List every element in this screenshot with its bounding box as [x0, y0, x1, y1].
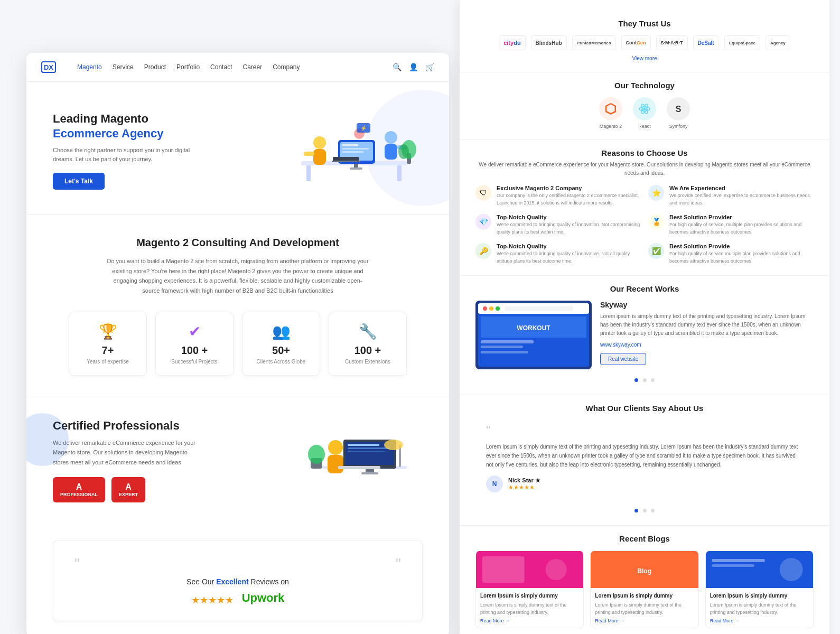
svg-rect-11 — [313, 149, 326, 165]
work-website-button[interactable]: Real website — [600, 353, 646, 365]
reason-desc-experienced: We provide certified level expertise to … — [669, 192, 814, 207]
svg-point-39 — [643, 108, 646, 110]
stat-number-extensions: 100 + — [338, 344, 398, 357]
svg-point-62 — [779, 558, 802, 581]
quote-close: " — [396, 555, 401, 572]
svg-rect-14 — [385, 144, 397, 160]
reasons-section: Reasons to Choose Us We deliver remarkab… — [460, 140, 829, 276]
technology-section: Our Technology Magento 2 React S Symfony — [460, 72, 829, 140]
nav-icon-group: 🔍 👤 🛒 — [393, 63, 434, 71]
reason-desc-exclusive: Our company is the only certified Magent… — [497, 192, 641, 207]
reviewer-stars: ★★★★★ — [508, 484, 540, 491]
consulting-section: Magento 2 Consulting And Development Do … — [26, 214, 449, 397]
upwork-suffix: Reviews on — [251, 577, 289, 586]
technology-icons: Magento 2 React S Symfony — [475, 97, 814, 129]
hero-title-line2: Ecommerce Agency — [53, 127, 190, 141]
tech-item-react: React — [633, 97, 656, 129]
blog-img-1 — [476, 551, 583, 588]
svg-rect-38 — [338, 466, 380, 469]
technology-title: Our Technology — [475, 81, 814, 90]
logo[interactable]: DX — [41, 61, 56, 73]
nav-link-contact[interactable]: Contact — [210, 63, 232, 71]
nav-link-product[interactable]: Product — [144, 63, 166, 71]
blog-more-2[interactable]: Read More → — [595, 618, 694, 623]
blog-body-3: Lorem Ipsum is simply dummy Lorem Ipsum … — [706, 588, 813, 628]
cert-badge-expert: A EXPERT — [111, 477, 145, 502]
clients-section: What Our Clients Say About Us " Lorem Ip… — [460, 395, 829, 526]
svg-text:S: S — [676, 105, 682, 114]
client-dot-3[interactable] — [651, 509, 655, 512]
reviewer-avatar: N — [486, 476, 503, 492]
react-icon — [633, 97, 656, 120]
blogs-title: Recent Blogs — [475, 534, 814, 543]
client-dot-2[interactable] — [643, 509, 647, 512]
blog-card-2: Blog Lorem Ipsum is simply dummy Lorem I… — [590, 551, 698, 628]
blog-body-1: Lorem Ipsum is simply dummy Lorem Ipsum … — [476, 588, 583, 628]
cart-icon[interactable]: 🛒 — [425, 63, 434, 71]
hero-section: Leading Magento Ecommerce Agency Choose … — [26, 82, 449, 214]
reason-icon-quality2: 🔑 — [475, 243, 491, 259]
upwork-logo-up: Up — [242, 591, 257, 604]
nav-link-career[interactable]: Career — [242, 63, 262, 71]
svg-rect-9 — [350, 167, 362, 170]
trust-logos-container: citydu BlindsHub PrintedMemories ContGen… — [475, 35, 814, 50]
nav-link-portfolio[interactable]: Portfolio — [176, 63, 200, 71]
blog-more-3[interactable]: Read More → — [710, 618, 809, 623]
react-label: React — [633, 124, 656, 129]
trust-title: They Trust Us — [475, 19, 814, 28]
trust-view-more[interactable]: View more — [475, 55, 814, 61]
reason-item-exclusive: 🛡 Exclusive Magento 2 Company Our compan… — [475, 185, 641, 207]
stat-label-clients: Clients Across Globe — [251, 359, 311, 365]
reason-icon-experienced: ⭐ — [648, 185, 664, 201]
trust-logo-equipaspace: EquipaSpace — [724, 35, 760, 50]
cert-badge-a-pro: A — [60, 482, 98, 492]
cert-content: Certified Professionals We deliver remar… — [53, 419, 201, 502]
work-url[interactable]: www.skyway.com — [600, 342, 814, 348]
reason-heading-experienced: We Are Experienced — [669, 185, 814, 191]
blog-title-1: Lorem Ipsum is simply dummy — [480, 592, 579, 600]
blog-more-1[interactable]: Read More → — [480, 618, 579, 623]
svg-rect-57 — [482, 556, 525, 583]
svg-text:Blog: Blog — [638, 567, 652, 575]
svg-point-37 — [308, 445, 325, 464]
upwork-excellent: Excellent — [216, 577, 248, 586]
magento-label: Magento 2 — [599, 124, 622, 129]
client-dot-1[interactable] — [634, 509, 638, 512]
dot-1[interactable] — [634, 378, 638, 382]
blogs-section: Recent Blogs Lorem Ipsum is simply dummy… — [460, 526, 829, 634]
stat-projects: ✔ 100 + Successful Projects — [155, 312, 234, 376]
clients-carousel-dots — [475, 505, 814, 515]
stat-icon-clients: 👥 — [251, 323, 311, 340]
svg-rect-30 — [366, 469, 374, 473]
quote-marks: " " — [74, 555, 401, 572]
svg-rect-31 — [361, 472, 378, 474]
nav-link-company[interactable]: Company — [273, 63, 300, 71]
dot-3[interactable] — [651, 378, 655, 382]
recent-works-section: Our Recent Works WORKOUT — [460, 276, 829, 395]
work-carousel-dots — [475, 375, 814, 384]
dot-2[interactable] — [643, 378, 647, 382]
stat-label-expertise: Years of expertise — [78, 359, 138, 365]
stat-label-extensions: Custom Extensions — [338, 359, 398, 365]
hero-cta-button[interactable]: Let's Talk — [53, 173, 105, 190]
svg-point-58 — [546, 559, 567, 580]
reason-desc-quality2: We're committed to bringing quality of i… — [497, 250, 641, 265]
stat-label-projects: Successful Projects — [164, 359, 225, 365]
svg-rect-64 — [712, 564, 754, 567]
user-icon[interactable]: 👤 — [409, 63, 418, 71]
nav-link-magento[interactable]: Magento — [77, 63, 102, 71]
reason-text-quality1: Top-Notch Quality We're committed to bri… — [497, 214, 641, 236]
search-icon[interactable]: 🔍 — [393, 63, 402, 71]
reviewer: N Nick Star ★ ★★★★★ — [486, 476, 803, 492]
svg-rect-18 — [332, 161, 360, 162]
reason-text-solution1: Best Solution Provider For high quality … — [669, 214, 814, 236]
nav-link-service[interactable]: Service — [113, 63, 134, 71]
hero-title-line1: Leading Magento — [53, 111, 190, 127]
cert-badge-professional: A PROFESSIONAL — [53, 477, 105, 502]
reason-icon-solution2: ✅ — [648, 243, 664, 259]
reason-icon-exclusive: 🛡 — [475, 185, 491, 201]
svg-rect-50 — [505, 306, 573, 311]
svg-text:WORKOUT: WORKOUT — [517, 324, 550, 332]
svg-point-49 — [496, 306, 500, 311]
svg-point-35 — [384, 440, 403, 450]
